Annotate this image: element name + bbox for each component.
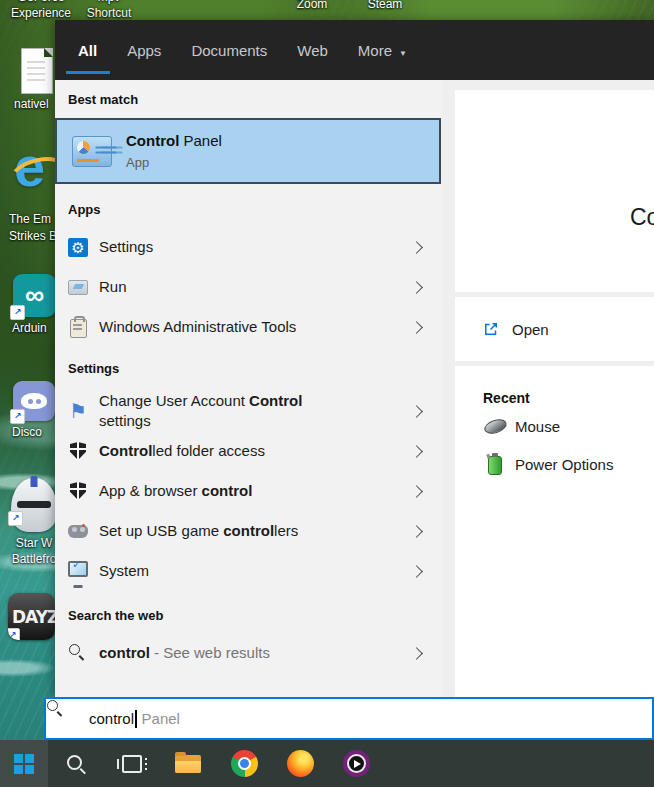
taskbar <box>0 740 654 787</box>
search-icon <box>66 754 86 774</box>
result-item-controlled-folder-access[interactable]: Controlled folder access <box>55 431 441 471</box>
result-item-admin-tools[interactable]: Windows Administrative Tools <box>55 307 441 347</box>
section-header-best-match: Best match <box>55 92 441 108</box>
desktop-label-zoom[interactable]: Zoom <box>282 0 342 12</box>
windows-logo-icon <box>14 754 34 774</box>
chevron-right-icon[interactable] <box>410 241 423 254</box>
taskbar-firefox-button[interactable] <box>272 740 328 787</box>
chevron-right-icon[interactable] <box>410 525 423 538</box>
chevron-right-icon[interactable] <box>410 405 423 418</box>
security-shield-icon <box>70 482 86 500</box>
search-results-area: Best match Control Panel App Apps Settin… <box>55 80 654 697</box>
search-suggestion-text: Panel <box>142 710 180 727</box>
tab-web[interactable]: Web <box>297 20 328 80</box>
settings-gear-icon <box>68 238 88 257</box>
preview-pane: Control Panel Open Recent Mouse Power Op… <box>455 80 654 697</box>
uac-flag-icon <box>68 401 88 421</box>
result-item-uac-settings[interactable]: Change User Account Control settings <box>55 391 441 431</box>
taskbar-media-player-button[interactable] <box>328 740 384 787</box>
gamepad-icon <box>68 525 88 538</box>
run-icon <box>68 280 88 295</box>
desktop-icon-label: The EmStrikes B <box>9 211 57 245</box>
section-header-apps: Apps <box>55 202 441 218</box>
shortcut-arrow-icon <box>10 305 25 320</box>
discord-icon[interactable]: Disco <box>13 381 55 421</box>
best-match-title: Control Panel <box>126 132 222 149</box>
result-item-system[interactable]: System <box>55 551 441 591</box>
media-player-icon <box>343 750 370 777</box>
chevron-right-icon[interactable] <box>410 321 423 334</box>
result-item-label: Settings <box>99 237 153 257</box>
result-item-label: Set up USB game controllers <box>99 521 298 541</box>
result-item-label: Change User Account Control settings <box>99 391 331 431</box>
preview-app-card: Control Panel <box>455 90 654 292</box>
section-header-settings: Settings <box>55 361 441 377</box>
result-item-app-browser-control[interactable]: App & browser control <box>55 471 441 511</box>
best-match-subtitle: App <box>126 155 222 170</box>
desktop-icon-natively[interactable]: nativel <box>21 48 53 94</box>
task-view-icon <box>122 755 142 773</box>
chevron-down-icon <box>399 42 407 59</box>
result-item-usb-game-controllers[interactable]: Set up USB game controllers <box>55 511 441 551</box>
helmet-fin <box>31 476 38 487</box>
desktop-icon-label: Disco <box>12 424 42 440</box>
screen: GeForceExperience mpvShortcut Zoom Steam… <box>0 0 654 787</box>
tab-more-label: More <box>358 42 392 59</box>
tab-all[interactable]: All <box>78 20 97 80</box>
recent-item-label: Power Options <box>515 456 613 473</box>
firefox-icon <box>287 750 314 777</box>
taskbar-chrome-button[interactable] <box>216 740 272 787</box>
recent-item-mouse[interactable]: Mouse <box>483 408 654 444</box>
shortcut-arrow-icon <box>8 511 23 526</box>
desktop-icon-label: Arduin <box>12 320 47 336</box>
chevron-right-icon[interactable] <box>410 281 423 294</box>
chevron-right-icon[interactable] <box>410 485 423 498</box>
result-item-label: App & browser control <box>99 481 252 501</box>
monitor-icon <box>68 561 88 577</box>
arduino-icon[interactable]: Arduin <box>13 274 56 317</box>
result-item-label: control - See web results <box>99 643 270 663</box>
dayz-icon[interactable]: DAYZDayZ Se <box>8 593 55 640</box>
result-item-label: Windows Administrative Tools <box>99 317 296 337</box>
search-icon <box>70 645 87 662</box>
battlefront-icon[interactable]: Star WBattlefro <box>11 478 57 532</box>
security-shield-icon <box>70 442 86 460</box>
desktop-label-steam[interactable]: Steam <box>352 0 418 12</box>
recent-item-label: Mouse <box>515 418 560 435</box>
tab-more[interactable]: More <box>358 20 407 80</box>
section-header-search-web: Search the web <box>55 608 441 624</box>
search-typed-text: control <box>89 710 134 727</box>
shortcut-arrow-icon <box>10 409 25 424</box>
preview-app-title: Control Panel <box>630 204 654 231</box>
results-column: Best match Control Panel App Apps Settin… <box>55 80 441 697</box>
chevron-right-icon[interactable] <box>410 565 423 578</box>
text-caret <box>135 710 137 728</box>
admin-tools-icon <box>70 319 87 338</box>
desktop-label-mpv-shortcut[interactable]: mpvShortcut <box>66 0 152 21</box>
recent-item-power-options[interactable]: Power Options <box>483 446 654 482</box>
best-match-control-panel[interactable]: Control Panel App <box>55 118 441 184</box>
tab-apps[interactable]: Apps <box>127 20 161 80</box>
open-action[interactable]: Open <box>455 297 654 361</box>
result-item-run[interactable]: Run <box>55 267 441 307</box>
battery-icon <box>488 456 502 475</box>
result-item-label: Controlled folder access <box>99 441 265 461</box>
chevron-right-icon[interactable] <box>410 647 423 660</box>
taskbar-task-view-button[interactable] <box>104 740 160 787</box>
search-input[interactable]: control Panel <box>44 697 654 740</box>
internet-explorer-icon[interactable]: The EmStrikes B <box>12 150 58 208</box>
result-item-web-control[interactable]: control - See web results <box>55 633 441 673</box>
taskbar-search-button[interactable] <box>48 740 104 787</box>
result-item-settings[interactable]: Settings <box>55 227 441 267</box>
best-match-text: Control Panel App <box>126 132 222 170</box>
recent-header: Recent <box>483 390 654 406</box>
start-button[interactable] <box>0 740 48 787</box>
control-panel-icon <box>72 136 112 167</box>
search-icon <box>60 710 77 727</box>
chevron-right-icon[interactable] <box>410 445 423 458</box>
recent-card: Recent Mouse Power Options <box>455 366 654 697</box>
search-tabs-bar: All Apps Documents Web More <box>55 20 654 80</box>
tab-documents[interactable]: Documents <box>191 20 267 80</box>
taskbar-file-explorer-button[interactable] <box>160 740 216 787</box>
dayz-logo-text: DAYZ <box>8 607 55 627</box>
